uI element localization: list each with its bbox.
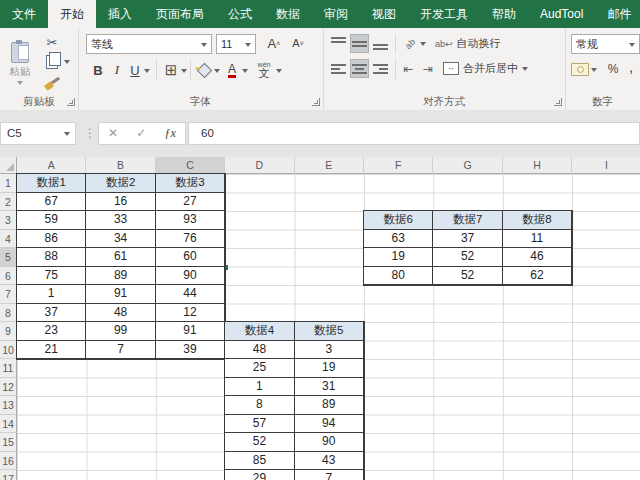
data-cell[interactable]: 37: [17, 304, 86, 323]
data-cell[interactable]: 7: [295, 470, 364, 480]
number-format-caret[interactable]: [629, 43, 635, 47]
fill-color-caret[interactable]: [214, 69, 220, 73]
data-cell[interactable]: 76: [156, 230, 225, 249]
phonetic-caret[interactable]: [276, 69, 282, 73]
tab-AudTool[interactable]: AudTool: [528, 0, 595, 28]
data-cell[interactable]: 23: [17, 322, 86, 341]
header-cell[interactable]: 数据7: [433, 211, 502, 230]
wrap-text-button[interactable]: ab↩ 自动换行: [435, 34, 535, 53]
paste-button[interactable]: 粘贴: [4, 34, 36, 92]
data-cell[interactable]: 33: [86, 211, 155, 230]
borders-button[interactable]: ⊞: [162, 59, 180, 81]
tab-开发工具[interactable]: 开发工具: [408, 0, 480, 28]
accounting-format-button[interactable]: [571, 60, 589, 78]
cancel-button[interactable]: ✕: [108, 123, 118, 144]
data-cell[interactable]: 90: [295, 433, 364, 452]
phonetic-guide-button[interactable]: wén文: [254, 58, 274, 82]
tab-数据[interactable]: 数据: [264, 0, 312, 28]
data-cell[interactable]: 89: [86, 267, 155, 286]
data-cell[interactable]: 61: [86, 248, 155, 267]
enter-button[interactable]: ✓: [136, 123, 146, 144]
header-cell[interactable]: 数据8: [503, 211, 572, 230]
data-cell[interactable]: 52: [433, 248, 502, 267]
data-cell[interactable]: 7: [86, 341, 155, 360]
merge-center-caret[interactable]: [522, 67, 528, 71]
data-cell[interactable]: 48: [86, 304, 155, 323]
insert-function-button[interactable]: ƒx: [165, 123, 176, 144]
row-header-10[interactable]: 10: [0, 341, 17, 360]
row-header-16[interactable]: 16: [0, 452, 17, 471]
row-header-2[interactable]: 2: [0, 193, 17, 212]
orientation-caret[interactable]: [420, 42, 426, 46]
bottom-align-button[interactable]: [371, 34, 390, 53]
data-cell[interactable]: 19: [295, 359, 364, 378]
borders-caret[interactable]: [181, 69, 187, 73]
data-cell[interactable]: 90: [156, 267, 225, 286]
header-cell[interactable]: 数据4: [225, 322, 294, 341]
data-cell[interactable]: 88: [17, 248, 86, 267]
row-header-7[interactable]: 7: [0, 285, 17, 304]
right-align-button[interactable]: [371, 59, 390, 78]
data-cell[interactable]: 43: [295, 452, 364, 471]
column-header-G[interactable]: G: [433, 157, 502, 174]
increase-indent-button[interactable]: ⇥: [419, 59, 437, 78]
data-cell[interactable]: 94: [295, 415, 364, 434]
left-align-button[interactable]: [329, 59, 348, 78]
data-cell[interactable]: 63: [364, 230, 433, 249]
tab-邮件[interactable]: 邮件: [595, 0, 640, 28]
data-cell[interactable]: 1: [17, 285, 86, 304]
data-cell[interactable]: 8: [225, 396, 294, 415]
row-header-17[interactable]: 17: [0, 470, 17, 480]
copy-dropdown-caret[interactable]: [64, 60, 70, 64]
data-cell[interactable]: 60: [156, 248, 225, 267]
row-header-5[interactable]: 5: [0, 248, 17, 267]
row-header-1[interactable]: 1: [0, 174, 17, 193]
data-cell[interactable]: 67: [17, 193, 86, 212]
data-cell[interactable]: 80: [364, 267, 433, 286]
column-header-C[interactable]: C: [156, 157, 225, 174]
column-header-D[interactable]: D: [225, 157, 294, 174]
font-dialog-launcher[interactable]: [312, 98, 320, 106]
italic-button[interactable]: I: [110, 60, 124, 80]
font-name-combo[interactable]: 等线: [86, 34, 212, 54]
row-header-11[interactable]: 11: [0, 359, 17, 378]
data-cell[interactable]: 12: [156, 304, 225, 323]
clipboard-dialog-launcher[interactable]: [67, 98, 75, 106]
font-size-caret[interactable]: [245, 43, 251, 47]
top-align-button[interactable]: [329, 34, 348, 53]
header-cell[interactable]: 数据2: [86, 174, 155, 193]
data-cell[interactable]: 75: [17, 267, 86, 286]
data-cell[interactable]: 27: [156, 193, 225, 212]
data-cell[interactable]: 16: [86, 193, 155, 212]
data-cell[interactable]: 34: [86, 230, 155, 249]
font-size-combo[interactable]: 11: [216, 34, 256, 54]
data-cell[interactable]: 48: [225, 341, 294, 360]
tab-文件[interactable]: 文件: [0, 0, 48, 28]
tab-页面布局[interactable]: 页面布局: [144, 0, 216, 28]
cut-button[interactable]: ✂: [42, 33, 62, 51]
data-cell[interactable]: 19: [364, 248, 433, 267]
data-cell[interactable]: 86: [17, 230, 86, 249]
row-header-9[interactable]: 9: [0, 322, 17, 341]
column-header-A[interactable]: A: [17, 157, 86, 174]
row-header-13[interactable]: 13: [0, 396, 17, 415]
header-cell[interactable]: 数据1: [17, 174, 86, 193]
data-cell[interactable]: 91: [86, 285, 155, 304]
row-header-6[interactable]: 6: [0, 267, 17, 286]
data-cell[interactable]: 44: [156, 285, 225, 304]
font-name-caret[interactable]: [201, 43, 207, 47]
accounting-caret[interactable]: [591, 68, 597, 72]
data-cell[interactable]: 91: [156, 322, 225, 341]
tab-审阅[interactable]: 审阅: [312, 0, 360, 28]
column-header-E[interactable]: E: [295, 157, 364, 174]
data-cell[interactable]: 31: [295, 378, 364, 397]
font-color-caret[interactable]: [242, 69, 248, 73]
orientation-button[interactable]: ab: [401, 34, 419, 53]
data-cell[interactable]: 85: [225, 452, 294, 471]
decrease-indent-button[interactable]: ⇤: [399, 59, 417, 78]
header-cell[interactable]: 数据3: [156, 174, 225, 193]
increase-font-size-button[interactable]: A˄: [264, 33, 284, 53]
row-header-8[interactable]: 8: [0, 304, 17, 323]
formula-bar-drag-dots[interactable]: ⋮: [84, 122, 96, 145]
underline-caret[interactable]: [144, 69, 150, 73]
